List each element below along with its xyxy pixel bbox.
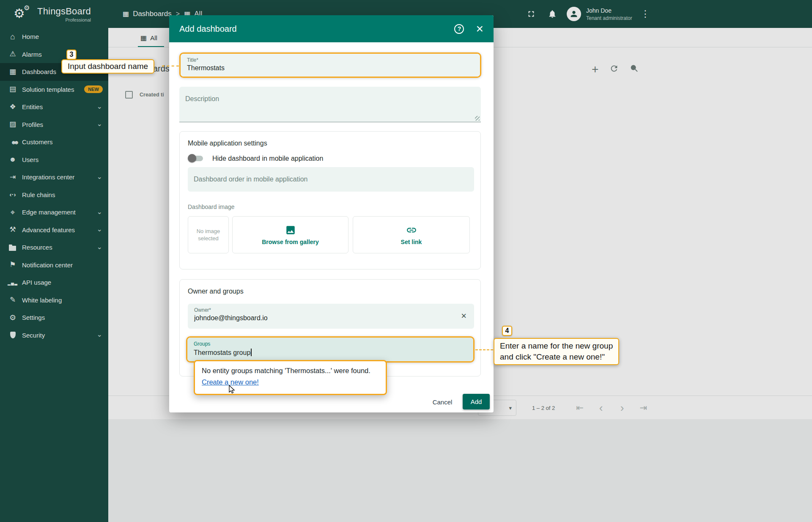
sidebar-item-label: Edge management xyxy=(22,209,76,216)
sidebar-item-solution-templates[interactable]: Solution templatesNEW xyxy=(0,81,108,99)
rule-chains-icon xyxy=(8,190,18,199)
add-dashboard-dialog: Add dashboard Title* Mobile application … xyxy=(169,15,494,412)
table-header-row: Created ti xyxy=(125,91,164,99)
notification-center-icon xyxy=(8,260,18,269)
sidebar-item-entities[interactable]: Entities xyxy=(0,98,108,116)
title-input[interactable] xyxy=(187,64,461,72)
sidebar-item-label: Security xyxy=(22,332,45,339)
sidebar-item-label: Solution templates xyxy=(22,86,74,93)
sidebar-item-security[interactable]: Security xyxy=(0,327,108,344)
sidebar-item-api-usage[interactable]: API usage xyxy=(0,274,108,291)
resize-handle-icon[interactable] xyxy=(475,116,480,121)
sidebar: ⚙⚙ ThingsBoard Professional HomeAlarmsDa… xyxy=(0,0,108,522)
sidebar-item-edge-management[interactable]: Edge management xyxy=(0,203,108,221)
image-icon xyxy=(285,225,296,236)
sidebar-item-label: API usage xyxy=(22,279,51,286)
sidebar-item-label: Notification center xyxy=(22,261,73,269)
api-usage-icon xyxy=(8,278,18,287)
step-4-line1: Enter a name for the new group xyxy=(500,341,613,352)
groups-field-highlight: Groups Thermostats group xyxy=(186,336,475,363)
image-preview-placeholder: No imageselected xyxy=(188,216,229,253)
solution-templates-icon xyxy=(8,85,18,94)
sidebar-item-resources[interactable]: Resources xyxy=(0,239,108,256)
tab-all[interactable]: All xyxy=(138,28,160,47)
resources-icon xyxy=(8,243,18,252)
sidebar-item-label: Settings xyxy=(22,314,45,321)
title-label: Title* xyxy=(187,57,198,63)
toggle-thumb xyxy=(188,154,196,162)
last-page-button[interactable] xyxy=(639,403,648,413)
sidebar-item-integrations-center[interactable]: Integrations center xyxy=(0,168,108,186)
dialog-header: Add dashboard xyxy=(169,15,494,42)
brand[interactable]: ⚙⚙ ThingsBoard Professional xyxy=(0,0,108,28)
description-field xyxy=(179,87,481,122)
chevron-down-icon xyxy=(97,225,102,233)
search-icon xyxy=(630,64,639,73)
refresh-icon xyxy=(609,64,619,73)
sidebar-item-label: Alarms xyxy=(22,51,42,58)
advanced-features-icon xyxy=(8,225,18,234)
dashboard-order-input[interactable] xyxy=(188,167,474,192)
sidebar-item-home[interactable]: Home xyxy=(0,28,108,46)
breadcrumb-dashboards[interactable]: Dashboards xyxy=(123,10,172,18)
sidebar-item-advanced-features[interactable]: Advanced features xyxy=(0,221,108,239)
step-4-connector xyxy=(475,349,493,350)
user-name: John Doe xyxy=(586,7,632,14)
previous-page-button[interactable] xyxy=(596,401,606,415)
column-created-time: Created ti xyxy=(140,92,164,98)
more-menu-button[interactable] xyxy=(641,8,647,19)
first-page-button[interactable] xyxy=(575,403,584,413)
close-button[interactable] xyxy=(476,23,483,34)
set-link-button[interactable]: Set link xyxy=(353,216,470,253)
browse-gallery-button[interactable]: Browse from gallery xyxy=(232,216,348,253)
bell-icon xyxy=(548,9,557,19)
step-3-connector xyxy=(162,66,179,66)
table-toolbar xyxy=(592,64,639,75)
sidebar-item-rule-chains[interactable]: Rule chains xyxy=(0,186,108,204)
step-3-callout: Input dashboard name xyxy=(61,59,154,74)
sidebar-item-users[interactable]: Users xyxy=(0,151,108,169)
sidebar-item-label: Home xyxy=(22,33,39,40)
dashboard-image-label: Dashboard image xyxy=(188,203,235,210)
refresh-button[interactable] xyxy=(609,64,619,75)
sidebar-item-profiles[interactable]: Profiles xyxy=(0,116,108,134)
profiles-icon xyxy=(8,120,18,129)
add-entity-button[interactable] xyxy=(592,64,598,75)
chevron-down-icon xyxy=(97,208,102,216)
tab-ink-bar xyxy=(138,46,164,47)
sidebar-item-label: Customers xyxy=(22,138,53,146)
step-4-line2: and click "Create a new one!" xyxy=(500,352,613,363)
search-button[interactable] xyxy=(630,64,639,75)
paginator-arrows xyxy=(575,396,648,420)
owner-input[interactable] xyxy=(194,314,455,322)
sidebar-nav: HomeAlarmsDashboardsSolution templatesNE… xyxy=(0,28,108,344)
add-button[interactable]: Add xyxy=(463,394,490,409)
groups-autocomplete-panel: No entity groups matching 'Thermostats..… xyxy=(194,360,387,395)
step-3-badge: 3 xyxy=(66,49,77,60)
chevron-down-icon xyxy=(97,243,102,251)
clear-owner-icon[interactable] xyxy=(461,310,466,321)
help-button[interactable] xyxy=(454,24,464,34)
edge-management-icon xyxy=(8,208,18,217)
sidebar-item-settings[interactable]: Settings xyxy=(0,309,108,327)
groups-label: Groups xyxy=(194,341,210,347)
next-page-button[interactable] xyxy=(617,401,627,415)
user-avatar[interactable] xyxy=(567,7,581,21)
sidebar-item-label: Rule chains xyxy=(22,191,55,198)
select-all-checkbox[interactable] xyxy=(125,91,133,99)
sidebar-item-white-labeling[interactable]: White labeling xyxy=(0,291,108,309)
description-input[interactable] xyxy=(179,87,481,122)
title-field[interactable]: Title* xyxy=(181,54,480,77)
groups-field[interactable]: Groups Thermostats group xyxy=(187,338,473,361)
fullscreen-button[interactable] xyxy=(526,9,536,19)
hide-dashboard-label: Hide dashboard in mobile application xyxy=(212,155,323,162)
sidebar-item-notification-center[interactable]: Notification center xyxy=(0,256,108,274)
chevron-down-icon xyxy=(97,102,102,110)
notifications-button[interactable] xyxy=(547,9,557,19)
sidebar-item-label: Users xyxy=(22,156,38,163)
hide-dashboard-toggle[interactable] xyxy=(188,153,204,163)
group-all-icon xyxy=(140,34,147,42)
cancel-button[interactable]: Cancel xyxy=(426,394,458,409)
no-match-message: No entity groups matching 'Thermostats..… xyxy=(202,367,370,375)
sidebar-item-customers[interactable]: Customers xyxy=(0,133,108,151)
